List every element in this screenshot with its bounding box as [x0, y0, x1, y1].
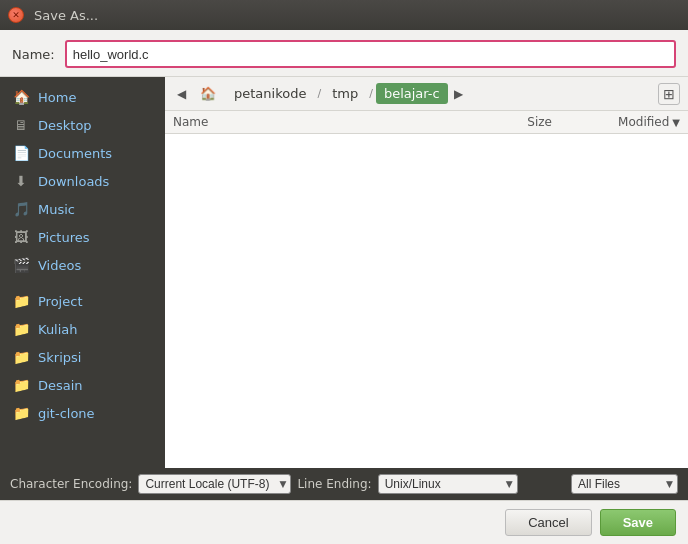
file-list[interactable]: Name Size Modified ▼	[165, 111, 688, 468]
col-size-header: Size	[480, 115, 560, 129]
skripsi-icon: 📁	[12, 348, 30, 366]
sort-arrow-icon: ▼	[672, 117, 680, 128]
file-list-body	[165, 134, 688, 334]
breadcrumb-belajar-c[interactable]: belajar-c	[376, 83, 448, 104]
sidebar-item-downloads[interactable]: ⬇Downloads	[0, 167, 165, 195]
col-name-header: Name	[173, 115, 480, 129]
new-folder-button[interactable]: ⊞	[658, 83, 680, 105]
close-icon: ✕	[12, 10, 20, 20]
forward-button[interactable]: ▶	[450, 85, 467, 103]
sidebar-label-skripsi: Skripsi	[38, 350, 81, 365]
videos-icon: 🎬	[12, 256, 30, 274]
sidebar-label-desain: Desain	[38, 378, 83, 393]
project-icon: 📁	[12, 292, 30, 310]
close-button[interactable]: ✕	[8, 7, 24, 23]
sidebar-label-music: Music	[38, 202, 75, 217]
sidebar-item-kuliah[interactable]: 📁Kuliah	[0, 315, 165, 343]
breadcrumb-petanikode[interactable]: 🏠	[192, 83, 224, 104]
sidebar-label-downloads: Downloads	[38, 174, 109, 189]
sidebar-item-pictures[interactable]: 🖼Pictures	[0, 223, 165, 251]
sidebar-label-pictures: Pictures	[38, 230, 89, 245]
name-label: Name:	[12, 47, 55, 62]
filename-input[interactable]	[65, 40, 676, 68]
sidebar: 🏠Home🖥Desktop📄Documents⬇Downloads🎵Music🖼…	[0, 77, 165, 468]
desain-icon: 📁	[12, 376, 30, 394]
back-button[interactable]: ◀	[173, 85, 190, 103]
file-type-select[interactable]: All Files C Source Files Text Files	[571, 474, 678, 494]
sidebar-label-documents: Documents	[38, 146, 112, 161]
encoding-label: Character Encoding:	[10, 477, 132, 491]
save-as-dialog: Name: 🏠Home🖥Desktop📄Documents⬇Downloads🎵…	[0, 30, 688, 544]
documents-icon: 📄	[12, 144, 30, 162]
save-button[interactable]: Save	[600, 509, 676, 536]
sidebar-item-git-clone[interactable]: 📁git-clone	[0, 399, 165, 427]
line-ending-label: Line Ending:	[297, 477, 371, 491]
file-type-select-wrapper: All Files C Source Files Text Files	[571, 474, 678, 494]
content-area: 🏠Home🖥Desktop📄Documents⬇Downloads🎵Music🖼…	[0, 77, 688, 468]
bottom-bar: Character Encoding: Current Locale (UTF-…	[0, 468, 688, 500]
music-icon: 🎵	[12, 200, 30, 218]
breadcrumb-bar: ◀ 🏠 petanikode / tmp / belajar-c ▶ ⊞	[165, 77, 688, 111]
downloads-icon: ⬇	[12, 172, 30, 190]
name-row: Name:	[0, 30, 688, 77]
sidebar-item-videos[interactable]: 🎬Videos	[0, 251, 165, 279]
line-ending-select[interactable]: Unix/Linux Windows Mac OS 9	[378, 474, 518, 494]
line-ending-select-wrapper: Unix/Linux Windows Mac OS 9	[378, 474, 518, 494]
cancel-button[interactable]: Cancel	[505, 509, 591, 536]
breadcrumb-petanikode-label[interactable]: petanikode	[226, 83, 314, 104]
sidebar-item-music[interactable]: 🎵Music	[0, 195, 165, 223]
encoding-select[interactable]: Current Locale (UTF-8) UTF-8 UTF-16 ISO-…	[138, 474, 291, 494]
file-area: ◀ 🏠 petanikode / tmp / belajar-c ▶ ⊞ Nam…	[165, 77, 688, 468]
encoding-select-wrapper: Current Locale (UTF-8) UTF-8 UTF-16 ISO-…	[138, 474, 291, 494]
home-icon: 🏠	[12, 88, 30, 106]
sidebar-item-home[interactable]: 🏠Home	[0, 83, 165, 111]
sidebar-label-videos: Videos	[38, 258, 81, 273]
titlebar: ✕ Save As...	[0, 0, 688, 30]
sidebar-label-git-clone: git-clone	[38, 406, 95, 421]
sidebar-label-project: Project	[38, 294, 82, 309]
file-list-header: Name Size Modified ▼	[165, 111, 688, 134]
sidebar-label-home: Home	[38, 90, 76, 105]
sidebar-item-desktop[interactable]: 🖥Desktop	[0, 111, 165, 139]
sidebar-item-documents[interactable]: 📄Documents	[0, 139, 165, 167]
sidebar-item-project[interactable]: 📁Project	[0, 287, 165, 315]
kuliah-icon: 📁	[12, 320, 30, 338]
dialog-title: Save As...	[34, 8, 98, 23]
breadcrumb-sep-2: /	[368, 87, 374, 100]
sidebar-item-skripsi[interactable]: 📁Skripsi	[0, 343, 165, 371]
breadcrumb-tmp[interactable]: tmp	[324, 83, 366, 104]
sidebar-label-desktop: Desktop	[38, 118, 92, 133]
pictures-icon: 🖼	[12, 228, 30, 246]
col-modified-header: Modified ▼	[560, 115, 680, 129]
sidebar-item-desain[interactable]: 📁Desain	[0, 371, 165, 399]
breadcrumb-sep-1: /	[316, 87, 322, 100]
buttons-row: Cancel Save	[0, 500, 688, 544]
sidebar-label-kuliah: Kuliah	[38, 322, 78, 337]
git-clone-icon: 📁	[12, 404, 30, 422]
desktop-icon: 🖥	[12, 116, 30, 134]
